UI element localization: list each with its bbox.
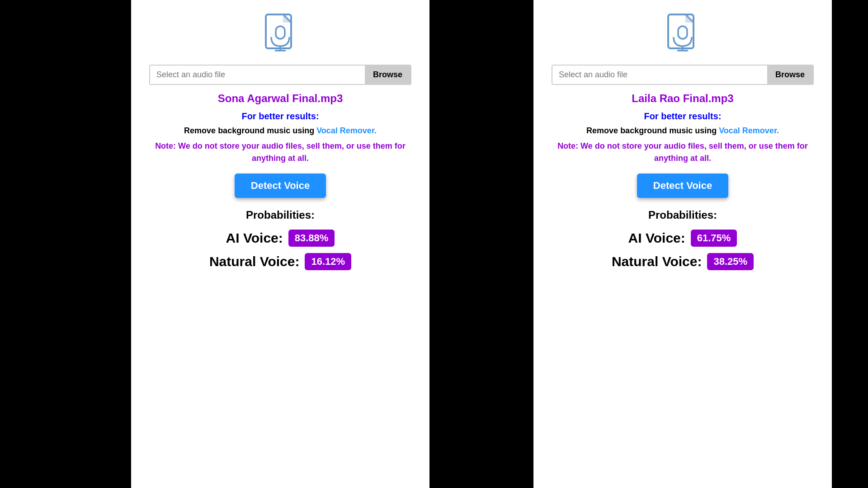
right-black-edge bbox=[832, 0, 868, 488]
natural-voice-label-right: Natural Voice: bbox=[612, 254, 702, 269]
natural-voice-badge-right: 38.25% bbox=[707, 253, 754, 270]
detect-voice-button-right[interactable]: Detect Voice bbox=[637, 174, 728, 198]
better-results-label-right: For better results: bbox=[644, 111, 721, 122]
browse-button-right[interactable]: Browse bbox=[767, 66, 813, 84]
probabilities-label-right: Probabilities: bbox=[648, 209, 717, 221]
ai-voice-badge-right: 61.75% bbox=[691, 230, 737, 247]
ai-voice-row-left: AI Voice: 83.88% bbox=[149, 230, 411, 247]
svg-rect-7 bbox=[678, 26, 687, 39]
browse-button-left[interactable]: Browse bbox=[365, 66, 410, 84]
mic-file-icon-right bbox=[665, 14, 701, 56]
right-panel: Browse Laila Rao Final.mp3 For better re… bbox=[533, 0, 832, 488]
remove-bg-text-left: Remove background music using Vocal Remo… bbox=[184, 126, 377, 136]
ai-voice-label-right: AI Voice: bbox=[628, 230, 685, 246]
remove-bg-text-right: Remove background music using Vocal Remo… bbox=[586, 126, 779, 136]
natural-voice-row-right: Natural Voice: 38.25% bbox=[552, 253, 814, 270]
filename-right: Laila Rao Final.mp3 bbox=[632, 92, 733, 105]
left-panel: Browse Sona Agarwal Final.mp3 For better… bbox=[131, 0, 429, 488]
mic-file-icon bbox=[262, 14, 298, 56]
svg-rect-2 bbox=[276, 26, 285, 39]
probabilities-label-left: Probabilities: bbox=[246, 209, 315, 221]
file-text-left[interactable] bbox=[150, 66, 365, 84]
filename-left: Sona Agarwal Final.mp3 bbox=[218, 92, 343, 105]
file-input-row-left[interactable]: Browse bbox=[149, 65, 411, 85]
file-text-right[interactable] bbox=[552, 66, 767, 84]
vocal-remover-link-right[interactable]: Vocal Remover. bbox=[719, 126, 779, 135]
note-text-left: Note: We do not store your audio files, … bbox=[149, 140, 411, 164]
ai-voice-row-right: AI Voice: 61.75% bbox=[552, 230, 814, 247]
ai-voice-label-left: AI Voice: bbox=[226, 230, 283, 246]
panel-gap bbox=[429, 0, 481, 488]
ai-voice-badge-left: 83.88% bbox=[288, 230, 335, 247]
natural-voice-badge-left: 16.12% bbox=[305, 253, 351, 270]
natural-voice-row-left: Natural Voice: 16.12% bbox=[149, 253, 411, 270]
detect-voice-button-left[interactable]: Detect Voice bbox=[235, 174, 326, 198]
natural-voice-label-left: Natural Voice: bbox=[209, 254, 300, 269]
file-input-row-right[interactable]: Browse bbox=[552, 65, 814, 85]
better-results-label-left: For better results: bbox=[241, 111, 319, 122]
vocal-remover-link-left[interactable]: Vocal Remover. bbox=[316, 126, 377, 135]
note-text-right: Note: We do not store your audio files, … bbox=[552, 140, 814, 164]
